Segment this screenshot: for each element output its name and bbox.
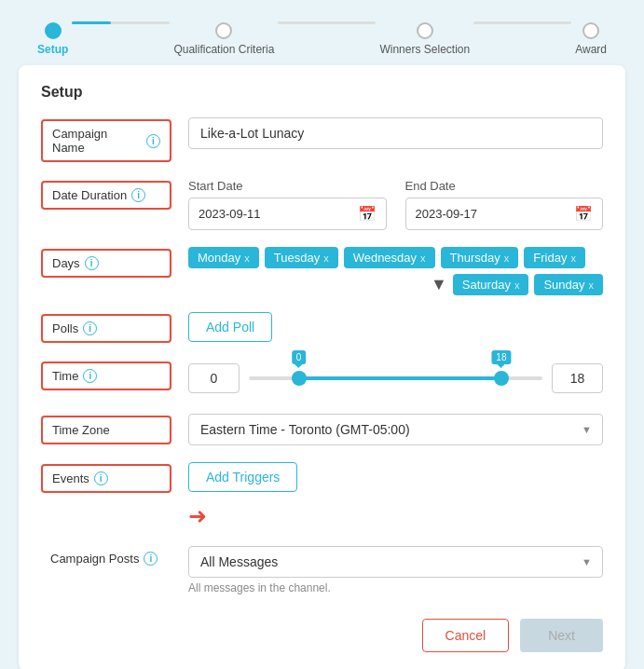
end-date-input[interactable] bbox=[416, 207, 575, 221]
step-label-award: Award bbox=[575, 43, 607, 56]
footer-row: Cancel Next bbox=[41, 609, 603, 652]
progress-line-2 bbox=[278, 21, 376, 24]
campaign-posts-label-container: Campaign Posts i bbox=[41, 546, 171, 571]
campaign-name-content bbox=[188, 117, 603, 149]
start-date-field: Start Date 📅 bbox=[188, 179, 387, 230]
timezone-label: Time Zone bbox=[52, 423, 110, 437]
campaign-name-info-icon[interactable]: i bbox=[146, 134, 160, 148]
all-messages-description: All messages in the channel. bbox=[188, 581, 603, 594]
day-chip-friday[interactable]: Friday x bbox=[524, 247, 585, 268]
day-chip-sunday[interactable]: Sunday x bbox=[534, 274, 603, 295]
step-award[interactable]: Award bbox=[575, 22, 607, 56]
time-info-icon[interactable]: i bbox=[83, 369, 97, 383]
arrow-indicator: ➜ bbox=[188, 503, 207, 529]
step-label-setup: Setup bbox=[37, 43, 68, 56]
timezone-row: Time Zone Eastern Time - Toronto (GMT-05… bbox=[41, 414, 603, 445]
time-label: Time bbox=[52, 369, 78, 383]
days-label: Days bbox=[52, 256, 80, 270]
date-duration-row: Date Duration i Start Date 📅 End Date bbox=[41, 179, 603, 230]
slider-thumb-right[interactable]: 18 bbox=[494, 371, 509, 386]
add-triggers-button[interactable]: Add Triggers bbox=[188, 462, 297, 492]
date-duration-content: Start Date 📅 End Date 📅 bbox=[188, 179, 603, 230]
day-chip-sunday-remove[interactable]: x bbox=[589, 280, 595, 291]
timezone-select[interactable]: Eastern Time - Toronto (GMT-05:00) bbox=[188, 414, 603, 445]
progress-line-1 bbox=[72, 21, 170, 24]
cancel-button[interactable]: Cancel bbox=[422, 619, 510, 652]
days-label-box: Days i bbox=[41, 249, 171, 278]
polls-label: Polls bbox=[52, 321, 78, 335]
date-duration-label: Date Duration bbox=[52, 188, 127, 202]
day-chip-tuesday[interactable]: Tuesday x bbox=[265, 247, 338, 268]
days-chips-container: Monday x Tuesday x Wednesday x Thursday … bbox=[188, 247, 603, 295]
start-date-label: Start Date bbox=[188, 179, 387, 193]
day-chip-saturday[interactable]: Saturday x bbox=[453, 274, 529, 295]
days-dropdown-icon[interactable]: ▼ bbox=[431, 275, 447, 294]
campaign-name-label-box: Campaign Name i bbox=[41, 119, 171, 162]
timezone-label-box: Time Zone bbox=[41, 416, 171, 444]
all-messages-select-wrapper: All Messages bbox=[188, 546, 603, 578]
time-max-value: 18 bbox=[552, 363, 603, 393]
start-date-calendar-icon[interactable]: 📅 bbox=[358, 205, 377, 223]
days-info-icon[interactable]: i bbox=[85, 256, 99, 270]
timezone-select-wrapper: Eastern Time - Toronto (GMT-05:00) bbox=[188, 414, 603, 445]
form-card: Setup Campaign Name i Date Duration i St… bbox=[19, 65, 625, 669]
events-content: Add Triggers ➜ bbox=[188, 462, 603, 529]
campaign-posts-label: Campaign Posts bbox=[50, 552, 139, 566]
time-slider-container[interactable]: 0 18 bbox=[249, 360, 542, 397]
add-poll-button[interactable]: Add Poll bbox=[188, 312, 272, 342]
events-row: Events i Add Triggers ➜ bbox=[41, 462, 603, 529]
events-info-icon[interactable]: i bbox=[94, 471, 108, 485]
end-date-wrapper: 📅 bbox=[405, 198, 604, 230]
end-date-calendar-icon[interactable]: 📅 bbox=[574, 205, 593, 223]
days-content: Monday x Tuesday x Wednesday x Thursday … bbox=[188, 247, 603, 295]
day-chip-wednesday[interactable]: Wednesday x bbox=[344, 247, 435, 268]
all-messages-select[interactable]: All Messages bbox=[188, 546, 603, 578]
start-date-input[interactable] bbox=[199, 207, 358, 221]
date-row: Start Date 📅 End Date 📅 bbox=[188, 179, 603, 230]
days-row: Days i Monday x Tuesday x Wednesday x Th… bbox=[41, 247, 603, 295]
campaign-posts-info-icon[interactable]: i bbox=[144, 552, 158, 566]
campaign-name-label: Campaign Name bbox=[52, 127, 142, 155]
step-circle-award bbox=[582, 22, 599, 39]
day-chip-thursday[interactable]: Thursday x bbox=[441, 247, 519, 268]
day-chip-saturday-remove[interactable]: x bbox=[514, 280, 520, 291]
slider-label-left: 0 bbox=[292, 350, 307, 364]
polls-row: Polls i Add Poll bbox=[41, 312, 603, 343]
slider-track: 0 18 bbox=[249, 376, 542, 380]
date-duration-label-box: Date Duration i bbox=[41, 181, 171, 210]
time-row: Time i 0 0 18 bbox=[41, 360, 603, 397]
end-date-label: End Date bbox=[405, 179, 604, 193]
step-circle-winners bbox=[417, 22, 433, 39]
polls-info-icon[interactable]: i bbox=[83, 321, 97, 335]
step-circle-setup bbox=[45, 22, 62, 39]
day-chip-tuesday-remove[interactable]: x bbox=[323, 253, 329, 264]
campaign-name-input[interactable] bbox=[188, 117, 603, 149]
slider-thumb-left[interactable]: 0 bbox=[292, 371, 307, 386]
day-chip-monday[interactable]: Monday x bbox=[188, 247, 259, 268]
campaign-name-row: Campaign Name i bbox=[41, 117, 603, 162]
day-chip-wednesday-remove[interactable]: x bbox=[420, 253, 426, 264]
campaign-posts-content: All Messages All messages in the channel… bbox=[188, 546, 603, 594]
time-slider-row: 0 0 18 bbox=[188, 360, 603, 397]
next-button[interactable]: Next bbox=[520, 619, 603, 652]
step-setup[interactable]: Setup bbox=[37, 22, 68, 56]
form-title: Setup bbox=[41, 84, 603, 101]
progress-line-3 bbox=[473, 21, 571, 24]
end-date-field: End Date 📅 bbox=[405, 179, 604, 230]
step-label-winners: Winners Selection bbox=[379, 43, 470, 56]
events-label: Events bbox=[52, 471, 89, 485]
slider-label-right: 18 bbox=[491, 350, 511, 364]
main-container: Setup Qualification Criteria Winners Sel… bbox=[9, 9, 635, 669]
day-chip-monday-remove[interactable]: x bbox=[244, 253, 250, 264]
step-winners[interactable]: Winners Selection bbox=[379, 22, 470, 56]
step-label-qualification: Qualification Criteria bbox=[173, 43, 274, 56]
start-date-wrapper: 📅 bbox=[188, 198, 387, 230]
polls-content: Add Poll bbox=[188, 312, 603, 342]
polls-label-box: Polls i bbox=[41, 314, 171, 343]
day-chip-thursday-remove[interactable]: x bbox=[504, 253, 510, 264]
date-duration-info-icon[interactable]: i bbox=[131, 188, 145, 202]
progress-bar: Setup Qualification Criteria Winners Sel… bbox=[9, 9, 635, 65]
day-chip-friday-remove[interactable]: x bbox=[570, 253, 576, 264]
step-qualification[interactable]: Qualification Criteria bbox=[173, 22, 274, 56]
timezone-content: Eastern Time - Toronto (GMT-05:00) bbox=[188, 414, 603, 445]
